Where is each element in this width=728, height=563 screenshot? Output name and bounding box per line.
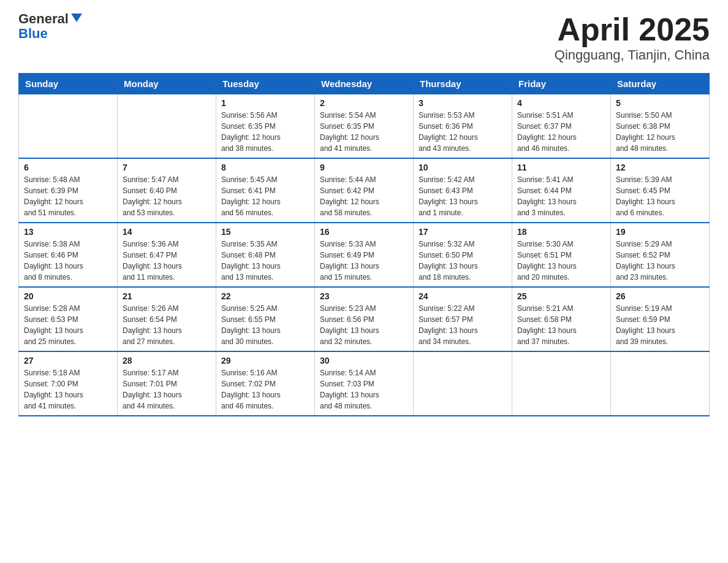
calendar-cell: 20Sunrise: 5:28 AM Sunset: 6:53 PM Dayli… — [19, 287, 118, 351]
day-number: 5 — [616, 98, 704, 108]
day-number: 1 — [221, 98, 309, 108]
day-info: Sunrise: 5:53 AM Sunset: 6:36 PM Dayligh… — [419, 111, 478, 153]
day-number: 12 — [616, 163, 704, 172]
day-info: Sunrise: 5:54 AM Sunset: 6:35 PM Dayligh… — [320, 111, 379, 153]
day-number: 26 — [616, 291, 704, 301]
calendar-cell: 13Sunrise: 5:38 AM Sunset: 6:46 PM Dayli… — [19, 223, 118, 287]
calendar-cell: 22Sunrise: 5:25 AM Sunset: 6:55 PM Dayli… — [216, 287, 315, 351]
calendar-cell: 5Sunrise: 5:50 AM Sunset: 6:38 PM Daylig… — [611, 94, 710, 159]
day-number: 10 — [419, 163, 507, 172]
calendar-cell — [19, 94, 118, 159]
title-block: April 2025 Qingguang, Tianjin, China — [555, 12, 710, 63]
day-number: 3 — [419, 98, 507, 108]
day-number: 24 — [419, 291, 507, 301]
day-info: Sunrise: 5:29 AM Sunset: 6:52 PM Dayligh… — [616, 240, 675, 282]
calendar-cell: 26Sunrise: 5:19 AM Sunset: 6:59 PM Dayli… — [611, 287, 710, 351]
day-info: Sunrise: 5:18 AM Sunset: 7:00 PM Dayligh… — [24, 369, 83, 410]
calendar-cell: 17Sunrise: 5:32 AM Sunset: 6:50 PM Dayli… — [414, 223, 512, 287]
weekday-header-sunday: Sunday — [19, 74, 118, 94]
day-number: 29 — [221, 356, 309, 366]
day-info: Sunrise: 5:21 AM Sunset: 6:58 PM Dayligh… — [517, 304, 577, 346]
calendar-cell: 14Sunrise: 5:36 AM Sunset: 6:47 PM Dayli… — [118, 223, 216, 287]
calendar-cell: 1Sunrise: 5:56 AM Sunset: 6:35 PM Daylig… — [216, 94, 315, 159]
day-info: Sunrise: 5:16 AM Sunset: 7:02 PM Dayligh… — [221, 369, 281, 410]
calendar-cell: 10Sunrise: 5:42 AM Sunset: 6:43 PM Dayli… — [414, 158, 512, 223]
day-info: Sunrise: 5:19 AM Sunset: 6:59 PM Dayligh… — [616, 304, 675, 346]
page-header: General Blue April 2025 Qingguang, Tianj… — [18, 12, 710, 63]
calendar-cell: 21Sunrise: 5:26 AM Sunset: 6:54 PM Dayli… — [118, 287, 216, 351]
calendar-cell: 19Sunrise: 5:29 AM Sunset: 6:52 PM Dayli… — [611, 223, 710, 287]
day-info: Sunrise: 5:30 AM Sunset: 6:51 PM Dayligh… — [517, 240, 577, 282]
calendar-week-row: 27Sunrise: 5:18 AM Sunset: 7:00 PM Dayli… — [19, 351, 710, 416]
calendar-cell: 29Sunrise: 5:16 AM Sunset: 7:02 PM Dayli… — [216, 351, 315, 416]
day-number: 22 — [221, 291, 309, 301]
day-info: Sunrise: 5:32 AM Sunset: 6:50 PM Dayligh… — [419, 240, 478, 282]
calendar-cell: 7Sunrise: 5:47 AM Sunset: 6:40 PM Daylig… — [118, 158, 216, 223]
day-number: 13 — [24, 227, 112, 237]
day-number: 16 — [320, 227, 408, 237]
day-info: Sunrise: 5:41 AM Sunset: 6:44 PM Dayligh… — [517, 175, 577, 217]
weekday-header-friday: Friday — [512, 74, 611, 94]
day-number: 18 — [517, 227, 605, 237]
day-number: 6 — [24, 163, 112, 172]
day-info: Sunrise: 5:56 AM Sunset: 6:35 PM Dayligh… — [221, 111, 281, 153]
day-info: Sunrise: 5:25 AM Sunset: 6:55 PM Dayligh… — [221, 304, 281, 346]
day-info: Sunrise: 5:48 AM Sunset: 6:39 PM Dayligh… — [24, 175, 83, 217]
calendar-cell: 6Sunrise: 5:48 AM Sunset: 6:39 PM Daylig… — [19, 158, 118, 223]
calendar-cell: 28Sunrise: 5:17 AM Sunset: 7:01 PM Dayli… — [118, 351, 216, 416]
calendar-header-row: SundayMondayTuesdayWednesdayThursdayFrid… — [19, 74, 710, 94]
calendar-cell: 3Sunrise: 5:53 AM Sunset: 6:36 PM Daylig… — [414, 94, 512, 159]
calendar-cell: 18Sunrise: 5:30 AM Sunset: 6:51 PM Dayli… — [512, 223, 611, 287]
calendar-cell — [611, 351, 710, 416]
day-number: 11 — [517, 163, 605, 172]
day-info: Sunrise: 5:22 AM Sunset: 6:57 PM Dayligh… — [419, 304, 478, 346]
weekday-header-thursday: Thursday — [414, 74, 512, 94]
calendar-subtitle: Qingguang, Tianjin, China — [555, 47, 710, 63]
day-info: Sunrise: 5:33 AM Sunset: 6:49 PM Dayligh… — [320, 240, 379, 282]
calendar-cell — [414, 351, 512, 416]
calendar-title: April 2025 — [555, 12, 710, 47]
calendar-cell: 4Sunrise: 5:51 AM Sunset: 6:37 PM Daylig… — [512, 94, 611, 159]
day-info: Sunrise: 5:26 AM Sunset: 6:54 PM Dayligh… — [123, 304, 182, 346]
logo-blue-text: Blue — [18, 26, 48, 41]
logo: General Blue — [18, 12, 83, 42]
calendar-cell: 24Sunrise: 5:22 AM Sunset: 6:57 PM Dayli… — [414, 287, 512, 351]
day-number: 4 — [517, 98, 605, 108]
day-number: 28 — [123, 356, 211, 366]
svg-marker-0 — [71, 13, 82, 22]
day-info: Sunrise: 5:50 AM Sunset: 6:38 PM Dayligh… — [616, 111, 675, 153]
calendar-cell: 11Sunrise: 5:41 AM Sunset: 6:44 PM Dayli… — [512, 158, 611, 223]
day-number: 15 — [221, 227, 309, 237]
calendar-week-row: 1Sunrise: 5:56 AM Sunset: 6:35 PM Daylig… — [19, 94, 710, 159]
day-info: Sunrise: 5:39 AM Sunset: 6:45 PM Dayligh… — [616, 175, 675, 217]
day-info: Sunrise: 5:45 AM Sunset: 6:41 PM Dayligh… — [221, 175, 281, 217]
day-info: Sunrise: 5:14 AM Sunset: 7:03 PM Dayligh… — [320, 369, 379, 410]
day-number: 25 — [517, 291, 605, 301]
day-number: 19 — [616, 227, 704, 237]
day-number: 21 — [123, 291, 211, 301]
weekday-header-monday: Monday — [118, 74, 216, 94]
weekday-header-wednesday: Wednesday — [315, 74, 414, 94]
day-number: 27 — [24, 356, 112, 366]
calendar-table: SundayMondayTuesdayWednesdayThursdayFrid… — [18, 73, 710, 416]
day-number: 2 — [320, 98, 408, 108]
weekday-header-saturday: Saturday — [611, 74, 710, 94]
calendar-cell: 30Sunrise: 5:14 AM Sunset: 7:03 PM Dayli… — [315, 351, 414, 416]
calendar-cell: 9Sunrise: 5:44 AM Sunset: 6:42 PM Daylig… — [315, 158, 414, 223]
day-info: Sunrise: 5:42 AM Sunset: 6:43 PM Dayligh… — [419, 175, 478, 217]
calendar-week-row: 20Sunrise: 5:28 AM Sunset: 6:53 PM Dayli… — [19, 287, 710, 351]
calendar-cell: 16Sunrise: 5:33 AM Sunset: 6:49 PM Dayli… — [315, 223, 414, 287]
day-info: Sunrise: 5:44 AM Sunset: 6:42 PM Dayligh… — [320, 175, 379, 217]
calendar-week-row: 6Sunrise: 5:48 AM Sunset: 6:39 PM Daylig… — [19, 158, 710, 223]
day-number: 30 — [320, 356, 408, 366]
calendar-cell — [118, 94, 216, 159]
weekday-header-tuesday: Tuesday — [216, 74, 315, 94]
logo-arrow-icon — [70, 11, 83, 25]
day-info: Sunrise: 5:36 AM Sunset: 6:47 PM Dayligh… — [123, 240, 182, 282]
day-info: Sunrise: 5:23 AM Sunset: 6:56 PM Dayligh… — [320, 304, 379, 346]
calendar-cell: 2Sunrise: 5:54 AM Sunset: 6:35 PM Daylig… — [315, 94, 414, 159]
day-number: 20 — [24, 291, 112, 301]
calendar-cell: 15Sunrise: 5:35 AM Sunset: 6:48 PM Dayli… — [216, 223, 315, 287]
day-info: Sunrise: 5:35 AM Sunset: 6:48 PM Dayligh… — [221, 240, 281, 282]
day-number: 14 — [123, 227, 211, 237]
